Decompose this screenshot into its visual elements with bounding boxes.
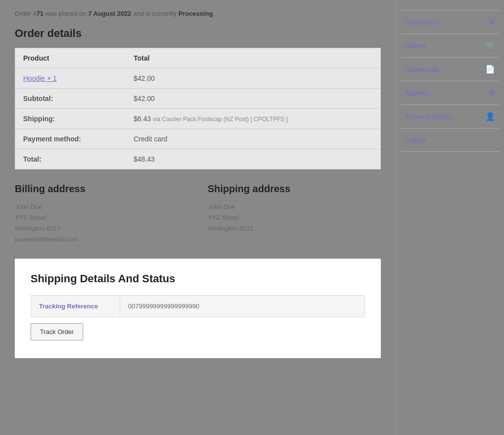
sidebar-link-orders[interactable]: Orders 🛒 [401,34,499,57]
shipping-label: Shipping: [23,115,55,123]
shipping-city: Wellington 6011 [208,223,381,234]
product-link[interactable]: Hoodie × 1 [23,74,57,82]
sidebar-link-dashboard[interactable]: Dashboard ⚙ [401,10,499,33]
total-label: Total: [23,155,41,163]
shipping-note: via Courier Pack Foolscap (NZ Post) [ CP… [153,116,288,123]
sidebar-label-logout: Logout [405,136,426,144]
shipping-details-card: Shipping Details And Status Tracking Ref… [15,259,381,358]
shipping-street: XYZ Street [208,212,381,223]
shipping-value: $6.43 via Courier Pack Foolscap (NZ Post… [126,109,380,129]
order-number: 71 [36,10,43,17]
sidebar-nav: Dashboard ⚙ Orders 🛒 Downloads 📄 Address [401,10,499,152]
sidebar-label-dashboard: Dashboard [405,18,439,26]
billing-address-title: Billing address [15,183,188,195]
order-table: Product Total Hoodie × 1 $42.00 Subtotal… [15,48,381,169]
shipping-details-title: Shipping Details And Status [31,272,365,285]
total-row: Total: $48.43 [15,149,381,169]
sidebar-link-account-details[interactable]: Account details 👤 [401,105,499,128]
order-notice: Order #71 was placed on 7 August 2022 an… [15,10,381,17]
dashboard-icon: ⚙ [488,17,495,27]
sidebar-label-account-details: Account details [405,113,452,121]
shipping-row: Shipping: $6.43 via Courier Pack Foolsca… [15,109,381,129]
sidebar-item-logout[interactable]: Logout → [401,129,499,152]
product-total: $42.00 [126,68,380,89]
order-details-title: Order details [15,27,381,40]
address-icon: ⚙ [488,88,495,98]
billing-street: XYZ Street [15,212,188,223]
shipping-name: John Doe [208,201,381,212]
sidebar-item-account-details[interactable]: Account details 👤 [401,105,499,129]
col-product: Product [15,48,126,68]
sidebar-item-downloads[interactable]: Downloads 📄 [401,58,499,81]
shipping-address-block: Shipping address John Doe XYZ Street Wel… [208,183,381,245]
subtotal-value: $42.00 [126,89,380,109]
order-date: 7 August 2022 [88,10,132,17]
sidebar-link-address[interactable]: Address ⚙ [401,81,499,104]
tracking-label: Tracking Reference [31,296,120,317]
tracking-value: 00799999999999999990 [120,296,365,317]
subtotal-row: Subtotal: $42.00 [15,89,381,109]
sidebar-label-downloads: Downloads [405,66,439,73]
sidebar-item-dashboard[interactable]: Dashboard ⚙ [401,10,499,34]
shipping-address-title: Shipping address [208,183,381,195]
table-row: Hoodie × 1 $42.00 [15,68,381,89]
sidebar: Dashboard ⚙ Orders 🛒 Downloads 📄 Address [396,0,504,435]
sidebar-label-orders: Orders [405,42,426,50]
track-order-button[interactable]: Track Order [31,323,83,340]
tracking-row: Tracking Reference 00799999999999999990 [31,295,365,317]
sidebar-item-address[interactable]: Address ⚙ [401,81,499,105]
payment-row: Payment method: Credit card [15,129,381,149]
billing-city: Wellington 6011 [15,223,188,234]
downloads-icon: 📄 [485,65,495,74]
total-value: $48.43 [126,149,380,169]
addresses-section: Billing address John Doe XYZ Street Well… [15,183,381,245]
billing-email: youremail@email.com [15,234,188,245]
subtotal-label: Subtotal: [23,95,53,102]
order-status: Processing [178,10,213,17]
sidebar-link-downloads[interactable]: Downloads 📄 [401,58,499,81]
sidebar-label-address: Address [405,89,430,97]
col-total: Total [126,48,380,68]
sidebar-link-logout[interactable]: Logout → [401,129,499,151]
payment-value: Credit card [126,129,380,149]
logout-icon: → [487,135,495,144]
orders-icon: 🛒 [485,41,495,50]
billing-name: John Doe [15,201,188,212]
account-icon: 👤 [485,112,495,121]
payment-label: Payment method: [23,135,81,143]
billing-address-block: Billing address John Doe XYZ Street Well… [15,183,188,245]
sidebar-item-orders[interactable]: Orders 🛒 [401,34,499,58]
